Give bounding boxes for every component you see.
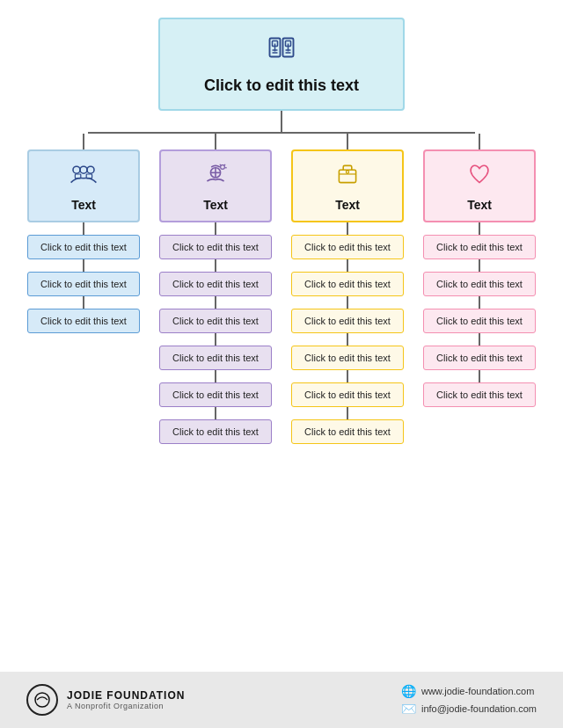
cat-node-yellow[interactable]: Text: [291, 149, 404, 222]
h-line: [88, 132, 475, 134]
cat-icon-yellow: [333, 160, 362, 194]
root-node[interactable]: Click to edit this text: [158, 18, 405, 111]
top-connector-blue: [83, 134, 84, 149]
footer-org-sub: A Nonprofit Organization: [67, 702, 185, 710]
cat-icon-pink: [465, 160, 494, 194]
connector-pink-4: [479, 370, 480, 382]
footer: JODIE FOUNDATION A Nonprofit Organizatio…: [0, 672, 563, 728]
connector-pink-2: [479, 296, 480, 309]
connector-purple-5: [215, 407, 216, 419]
cat-node-blue[interactable]: Text: [27, 149, 140, 222]
item-pink-3[interactable]: Click to edit this text: [423, 346, 536, 370]
item-blue-0[interactable]: Click to edit this text: [27, 235, 140, 259]
footer-website-row: 🌐 www.jodie-foundation.com: [401, 684, 534, 698]
connector-pink-3: [479, 333, 480, 346]
branch-col-blue: TextClick to edit this textClick to edit…: [26, 134, 141, 444]
footer-logo: [26, 684, 58, 716]
connector-yellow-2: [347, 296, 348, 309]
item-blue-1[interactable]: Click to edit this text: [27, 272, 140, 296]
branch-col-pink: TextClick to edit this textClick to edit…: [422, 134, 537, 444]
connector-yellow-4: [347, 370, 348, 382]
top-connector-yellow: [347, 134, 348, 149]
svg-point-24: [346, 171, 348, 173]
footer-left: JODIE FOUNDATION A Nonprofit Organizatio…: [26, 684, 185, 716]
item-pink-1[interactable]: Click to edit this text: [423, 272, 536, 296]
connector-yellow-1: [347, 259, 348, 272]
item-purple-3[interactable]: Click to edit this text: [159, 346, 272, 370]
footer-org-name: JODIE FOUNDATION: [67, 689, 185, 702]
connector-purple-4: [215, 370, 216, 382]
top-connector-pink: [479, 134, 480, 149]
svg-line-19: [220, 164, 222, 166]
branch-col-yellow: TextClick to edit this textClick to edit…: [290, 134, 405, 444]
footer-email: info@jodie-foundation.com: [421, 703, 537, 714]
top-connector-purple: [215, 134, 216, 149]
cat-node-purple[interactable]: Text: [159, 149, 272, 222]
item-blue-2[interactable]: Click to edit this text: [27, 309, 140, 333]
connector-yellow-5: [347, 407, 348, 419]
item-yellow-1[interactable]: Click to edit this text: [291, 272, 404, 296]
svg-rect-22: [339, 170, 355, 182]
cat-node-pink[interactable]: Text: [423, 149, 536, 222]
item-yellow-3[interactable]: Click to edit this text: [291, 346, 404, 370]
main-content: Click to edit this text TextClick to edi…: [0, 0, 563, 672]
connector-blue-1: [83, 259, 84, 272]
item-pink-0[interactable]: Click to edit this text: [423, 235, 536, 259]
footer-website: www.jodie-foundation.com: [421, 686, 534, 696]
connector-blue-2: [83, 296, 84, 309]
item-pink-4[interactable]: Click to edit this text: [423, 382, 536, 407]
footer-right: 🌐 www.jodie-foundation.com ✉️ info@jodie…: [401, 684, 537, 716]
connector-pink-0: [479, 222, 480, 235]
connector-purple-0: [215, 222, 216, 235]
footer-org-info: JODIE FOUNDATION A Nonprofit Organizatio…: [67, 689, 185, 710]
cat-label-pink: Text: [467, 198, 492, 212]
connector-purple-3: [215, 333, 216, 346]
item-yellow-2[interactable]: Click to edit this text: [291, 309, 404, 333]
footer-email-row: ✉️ info@jodie-foundation.com: [401, 702, 537, 716]
svg-line-20: [224, 164, 226, 166]
item-yellow-4[interactable]: Click to edit this text: [291, 382, 404, 407]
email-icon: ✉️: [401, 702, 416, 716]
item-purple-0[interactable]: Click to edit this text: [159, 235, 272, 259]
item-purple-2[interactable]: Click to edit this text: [159, 309, 272, 333]
branches-row: TextClick to edit this textClick to edit…: [26, 134, 537, 444]
root-icon: [266, 32, 297, 71]
cat-label-blue: Text: [71, 198, 96, 212]
branch-col-purple: TextClick to edit this textClick to edit…: [158, 134, 273, 444]
svg-point-10: [80, 166, 87, 173]
item-yellow-0[interactable]: Click to edit this text: [291, 235, 404, 259]
connector-purple-2: [215, 296, 216, 309]
item-purple-4[interactable]: Click to edit this text: [159, 382, 272, 407]
connector-yellow-3: [347, 333, 348, 346]
item-purple-1[interactable]: Click to edit this text: [159, 272, 272, 296]
svg-point-11: [73, 166, 80, 173]
cat-label-purple: Text: [203, 198, 228, 212]
cat-label-yellow: Text: [335, 198, 360, 212]
connector-purple-1: [215, 259, 216, 272]
connector-yellow-0: [347, 222, 348, 235]
connector-blue-0: [83, 222, 84, 235]
item-yellow-5[interactable]: Click to edit this text: [291, 419, 404, 444]
cat-icon-purple: [201, 160, 230, 194]
cat-icon-blue: [69, 160, 98, 194]
connector-pink-1: [479, 259, 480, 272]
root-title: Click to edit this text: [204, 76, 359, 95]
www-icon: 🌐: [401, 684, 416, 698]
item-pink-2[interactable]: Click to edit this text: [423, 309, 536, 333]
item-purple-5[interactable]: Click to edit this text: [159, 419, 272, 444]
svg-point-12: [87, 166, 94, 173]
root-connector-down: [281, 111, 282, 132]
